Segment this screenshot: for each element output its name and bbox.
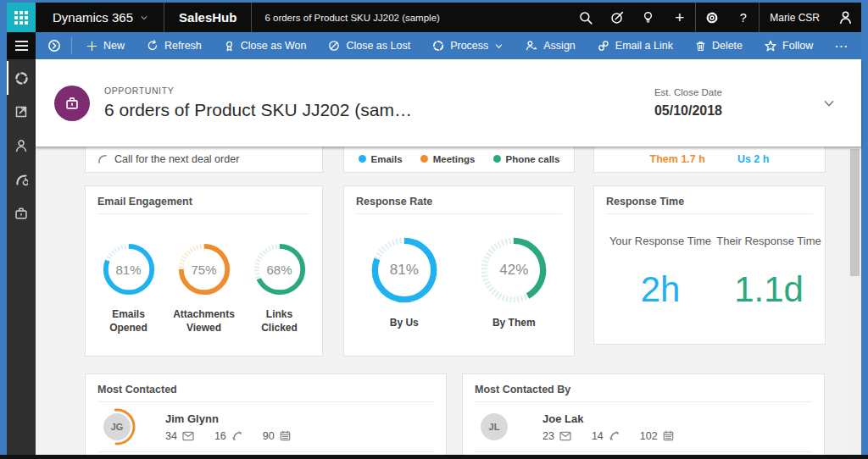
briefcase-icon (64, 96, 80, 111)
attachments-viewed-donut: 75% Attachments Viewed (166, 241, 242, 335)
scrollbar-thumb[interactable] (850, 149, 860, 276)
calendar-icon (663, 430, 674, 441)
follow-button[interactable]: Follow (754, 32, 824, 59)
meeting-count: 102 (640, 430, 674, 442)
link-icon (598, 40, 609, 52)
quick-create-icon (610, 11, 624, 25)
divider (97, 213, 310, 214)
medal-icon (224, 41, 235, 52)
expand-circle-icon (47, 39, 61, 53)
person-icon (838, 10, 853, 25)
record-breadcrumb: 6 orders of Product SKU JJ202 (sample) (252, 13, 452, 23)
user-name[interactable]: Marie CSR (760, 12, 830, 24)
legend-dot-emails (359, 155, 366, 163)
phone-icon (97, 153, 108, 164)
email-engagement-card: Email Engagement 81% Emails Opened (85, 185, 323, 357)
person-icon (14, 139, 28, 152)
donut-row: 81% Emails Opened 75% (86, 241, 322, 335)
popout-box-icon (14, 105, 28, 119)
est-close-date-field[interactable]: Est. Close Date 05/10/2018 (654, 87, 722, 119)
their-response-time-value: 1.1d (715, 269, 823, 310)
trash-icon (695, 41, 706, 52)
avatar-initials: JG (103, 413, 131, 440)
donut-label: Links Clicked (242, 308, 317, 335)
close-as-lost-button[interactable]: Close as Lost (317, 32, 421, 59)
phone-icon (609, 430, 620, 441)
command-bar: New Refresh Close as Won Close as Lost P… (7, 32, 861, 59)
contact-counts: 23 14 102 (542, 430, 674, 442)
contact-name: Joe Lak (542, 412, 674, 425)
search-button[interactable] (570, 3, 601, 32)
sitemap-toggle-button[interactable] (7, 32, 36, 59)
donut-row: 81% By Us 42% By Them (344, 235, 574, 330)
quick-create-button[interactable] (601, 3, 632, 32)
relationship-analytics-panel: Call for the next deal order Emails Meet… (36, 147, 861, 455)
waffle-icon (14, 11, 28, 25)
contact-row[interactable]: JL Joe Lak 23 14 102 (463, 402, 824, 451)
more-commands-button[interactable]: ⋯ (824, 38, 860, 54)
close-as-won-button[interactable]: Close as Won (213, 32, 318, 59)
phone-icon (231, 430, 242, 441)
donut-label: Emails Opened (91, 308, 166, 335)
contact-info: Jim Glynn 34 16 90 (165, 412, 291, 442)
contact-avatar: JL (475, 407, 514, 446)
donut-percent: 42% (478, 235, 549, 306)
contact-info: Joe Lak 23 14 102 (542, 412, 674, 442)
assistant-button[interactable] (632, 3, 664, 32)
prohibit-icon (328, 40, 340, 52)
window-bottom-edge (0, 455, 868, 459)
sidebar-item-opportunity[interactable] (7, 196, 36, 230)
contact-row[interactable]: JG Jim Glynn 34 16 (86, 402, 446, 451)
legend-item-phone-calls: Phone calls (493, 154, 560, 164)
add-activity-button[interactable]: + (664, 3, 695, 32)
by-them-donut: 42% By Them (459, 235, 570, 330)
legend-item-emails: Emails (359, 154, 403, 164)
sidebar-item-popout[interactable] (7, 95, 36, 129)
sidebar-item-calls[interactable] (7, 163, 36, 196)
assign-person-icon (526, 40, 537, 52)
star-icon (765, 40, 776, 52)
plus-icon (86, 41, 97, 52)
refresh-icon (147, 40, 159, 52)
legend-dot-meetings (420, 155, 428, 163)
est-close-date-label: Est. Close Date (654, 87, 722, 97)
call-count: 14 (592, 430, 620, 442)
process-button[interactable]: Process (421, 32, 515, 59)
email-a-link-button[interactable]: Email a Link (587, 32, 684, 59)
gear-icon (705, 11, 719, 25)
delete-button[interactable]: Delete (684, 32, 754, 59)
next-action-card: Call for the next deal order (85, 147, 323, 173)
vertical-scrollbar[interactable] (849, 147, 861, 455)
briefcase-icon (14, 207, 28, 220)
talk-time-card: Them 1.7 h Us 2 h (593, 147, 826, 173)
sidebar-item-process[interactable] (7, 61, 36, 95)
divider (356, 213, 562, 214)
donut-percent: 81% (101, 241, 157, 297)
app-launcher-button[interactable] (7, 3, 36, 32)
card-title: Response Time (594, 186, 825, 213)
email-count: 34 (165, 430, 194, 442)
assign-button[interactable]: Assign (515, 32, 587, 59)
chevron-down-icon (494, 41, 504, 51)
process-circle-icon (14, 71, 29, 86)
app-name[interactable]: SalesHub (164, 3, 251, 32)
help-button[interactable]: ? (727, 3, 759, 32)
refresh-button[interactable]: Refresh (136, 32, 213, 59)
account-button[interactable] (830, 3, 861, 32)
contact-name: Jim Glynn (165, 412, 291, 425)
contact-avatar: JG (97, 407, 136, 446)
donut-label: By Us (349, 317, 459, 330)
new-button[interactable]: New (75, 32, 136, 59)
phone-callback-icon (14, 173, 28, 186)
settings-button[interactable] (696, 3, 727, 32)
card-title: Most Contacted By (463, 374, 824, 401)
interactions-legend-card: Emails Meetings Phone calls (343, 147, 575, 173)
expand-commands-button[interactable] (41, 39, 68, 53)
dynamics-window: Dynamics 365 SalesHub 6 orders of Produc… (0, 0, 868, 459)
emails-opened-donut: 81% Emails Opened (91, 241, 166, 335)
your-response-time-value: 2h (606, 269, 715, 310)
donut-label: By Them (459, 317, 570, 330)
brand-menu[interactable]: Dynamics 365 (36, 3, 164, 32)
collapse-header-button[interactable] (822, 97, 836, 110)
sidebar-item-contacts[interactable] (7, 129, 36, 163)
